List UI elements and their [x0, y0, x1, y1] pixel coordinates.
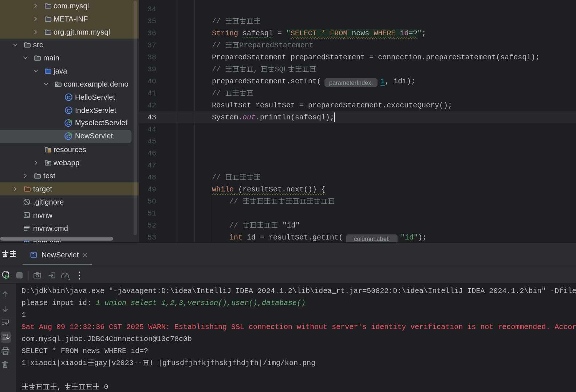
- svg-text:C: C: [67, 107, 71, 114]
- svg-text:C: C: [67, 94, 71, 100]
